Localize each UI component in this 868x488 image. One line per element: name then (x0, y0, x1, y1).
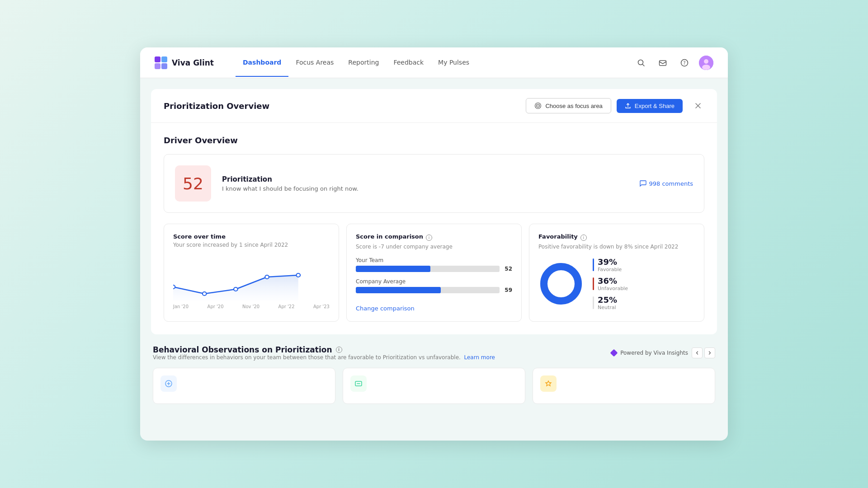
unfavorable-pct: 36% (598, 276, 628, 286)
nav-reporting[interactable]: Reporting (341, 49, 386, 77)
favorability-info-icon[interactable]: i (580, 235, 587, 241)
learn-more-link[interactable]: Learn more (464, 354, 495, 361)
unfavorable-label: Unfavorable (598, 286, 628, 291)
company-avg-bar: 59 (356, 287, 512, 293)
nav-bar: Viva Glint Dashboard Focus Areas Reporti… (140, 47, 728, 78)
svg-point-11 (702, 65, 710, 70)
svg-text:?: ? (683, 61, 685, 66)
mail-button[interactable] (656, 56, 670, 70)
svg-rect-1 (161, 56, 167, 62)
chart-labels: Jan '20 Apr '20 Nov '20 Apr '22 Apr '23 (173, 304, 330, 309)
score-comparison-info-icon[interactable]: i (426, 235, 432, 241)
neutral-label: Neutral (598, 305, 617, 310)
driver-overview-title: Driver Overview (164, 136, 704, 145)
score-comparison-subtitle: Score is -7 under company average (356, 244, 512, 250)
company-avg-bar-track (356, 287, 500, 293)
your-team-bar-fill (356, 266, 430, 272)
behavioral-icon-3 (544, 379, 553, 388)
logo-area: Viva Glint (155, 56, 214, 69)
nav-dashboard[interactable]: Dashboard (236, 49, 288, 77)
svg-point-10 (704, 59, 708, 64)
behavioral-observations-header: Behavioral Observations on Prioritizatio… (153, 345, 715, 361)
svg-point-20 (234, 287, 238, 291)
comments-count: 998 comments (649, 180, 693, 187)
driver-name: Prioritization (222, 175, 628, 183)
search-button[interactable] (634, 56, 648, 70)
line-chart-svg (173, 255, 330, 300)
your-team-bar: 52 (356, 266, 512, 272)
powered-by-label: Powered by Viva Insights (620, 350, 688, 356)
neutral-pct: 25% (598, 295, 617, 305)
nav-my-pulses[interactable]: My Pulses (431, 49, 476, 77)
your-team-bar-track (356, 266, 500, 272)
chevron-right-icon (708, 351, 712, 355)
search-icon (637, 59, 645, 67)
behavioral-card-2-icon (350, 375, 367, 392)
svg-rect-6 (660, 61, 666, 66)
behavioral-card-1-icon (160, 375, 177, 392)
score-comparison-card: Score in comparison i Score is -7 under … (346, 224, 522, 322)
prev-arrow-button[interactable] (692, 347, 703, 358)
next-arrow-button[interactable] (704, 347, 715, 358)
mail-icon (659, 59, 667, 67)
favor-stats: 39% Favorable 36% Unfavorable (593, 257, 628, 310)
nav-arrows (692, 347, 715, 358)
behavioral-cards (153, 368, 715, 404)
favorability-subtitle: Positive favorability is down by 8% sinc… (538, 244, 695, 250)
behavioral-card-3-icon (540, 375, 557, 392)
driver-info: Prioritization I know what I should be f… (222, 175, 628, 192)
svg-point-21 (265, 275, 269, 279)
behavioral-icon-1 (164, 379, 173, 388)
company-avg-row: Company Average 59 (356, 278, 512, 293)
choose-focus-area-button[interactable]: Choose as focus area (526, 98, 611, 113)
score-over-time-card: Score over time Your score increased by … (164, 224, 339, 322)
company-avg-score: 59 (503, 287, 512, 293)
behavioral-icon-2 (354, 379, 363, 388)
driver-desc: I know what I should be focusing on righ… (222, 185, 628, 192)
powered-by: Powered by Viva Insights (611, 347, 715, 358)
favorable-label: Favorable (598, 267, 622, 272)
chevron-left-icon (695, 351, 699, 355)
panel-body: Driver Overview 52 Prioritization I know… (151, 123, 717, 334)
driver-score: 52 (183, 174, 203, 193)
comments-link[interactable]: 998 comments (639, 180, 693, 187)
svg-point-22 (296, 273, 300, 277)
score-comparison-title: Score in comparison (356, 233, 423, 240)
favorability-title: Favorability (538, 233, 578, 240)
panel-header: Prioritization Overview Choose as focus … (151, 89, 717, 123)
score-over-time-title: Score over time (173, 233, 330, 240)
neutral-row: 25% Neutral (593, 295, 628, 310)
score-over-time-subtitle: Your score increased by 1 since April 20… (173, 242, 330, 248)
nav-actions: ? (634, 56, 713, 70)
export-icon (625, 103, 631, 109)
nav-feedback[interactable]: Feedback (386, 49, 431, 77)
panel-actions: Choose as focus area Export & Share (526, 98, 704, 113)
nav-focus-areas[interactable]: Focus Areas (288, 49, 341, 77)
behavioral-info-icon[interactable]: i (336, 347, 342, 353)
svg-rect-3 (161, 63, 167, 69)
your-team-label: Your Team (356, 257, 512, 263)
change-comparison-link[interactable]: Change comparison (356, 305, 415, 312)
donut-svg (538, 261, 584, 306)
help-button[interactable]: ? (677, 56, 692, 70)
unfavorable-row: 36% Unfavorable (593, 276, 628, 291)
favorability-card: Favorability i Positive favorability is … (529, 224, 704, 322)
svg-line-5 (643, 64, 645, 66)
main-content: Prioritization Overview Choose as focus … (140, 89, 728, 411)
focus-area-icon (534, 102, 542, 109)
svg-point-4 (638, 60, 643, 65)
svg-rect-0 (155, 56, 160, 62)
neutral-indicator (593, 296, 594, 309)
favorable-row: 39% Favorable (593, 257, 628, 272)
driver-score-box: 52 (175, 165, 211, 202)
favorable-indicator (593, 258, 594, 271)
behavioral-card-2 (343, 368, 525, 404)
favorability-content: 39% Favorable 36% Unfavorable (538, 257, 695, 310)
close-button[interactable] (692, 99, 704, 112)
behavioral-observations-title: Behavioral Observations on Prioritizatio… (153, 345, 495, 354)
export-share-button[interactable]: Export & Share (617, 99, 683, 113)
driver-card: 52 Prioritization I know what I should b… (164, 154, 704, 213)
avatar[interactable] (699, 56, 713, 70)
favorable-pct: 39% (598, 257, 622, 267)
behavioral-card-3 (533, 368, 715, 404)
